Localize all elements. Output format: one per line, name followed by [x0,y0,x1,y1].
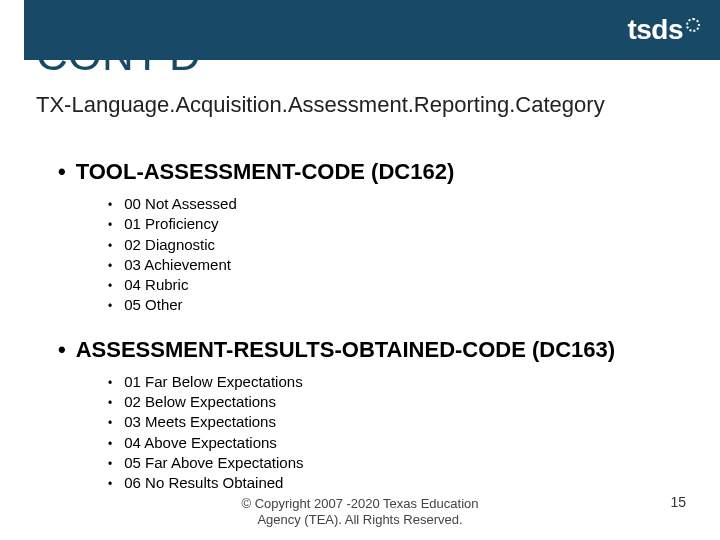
bullet-icon: • [58,338,66,362]
list-item: •02 Below Expectations [108,392,690,412]
bullet-icon: • [108,436,112,452]
list-item: •03 Achievement [108,255,690,275]
content: • TOOL-ASSESSMENT-CODE (DC162) •00 Not A… [58,160,690,515]
list-item: •02 Diagnostic [108,235,690,255]
bullet-icon: • [108,298,112,314]
logo: tsds [627,14,700,46]
bullet-icon: • [108,197,112,213]
section-heading: • TOOL-ASSESSMENT-CODE (DC162) [58,160,690,184]
bullet-icon: • [108,476,112,492]
bullet-icon: • [108,395,112,411]
copyright: © Copyright 2007 -2020 Texas Education A… [0,496,720,529]
list-item-text: 04 Above Expectations [124,433,277,453]
bullet-icon: • [58,160,66,184]
list-item-text: 03 Achievement [124,255,231,275]
section-heading-text: TOOL-ASSESSMENT-CODE (DC162) [76,160,455,184]
section-heading-text: ASSESSMENT-RESULTS-OBTAINED-CODE (DC163) [76,338,615,362]
bullet-icon: • [108,456,112,472]
list-item: •05 Other [108,295,690,315]
section-dc163: • ASSESSMENT-RESULTS-OBTAINED-CODE (DC16… [58,338,690,494]
list-item-text: 05 Far Above Expectations [124,453,303,473]
list-item-text: 01 Proficiency [124,214,218,234]
sub-list: •00 Not Assessed •01 Proficiency •02 Dia… [108,194,690,316]
sub-list: •01 Far Below Expectations •02 Below Exp… [108,372,690,494]
list-item: •06 No Results Obtained [108,473,690,493]
list-item: •03 Meets Expectations [108,412,690,432]
list-item-text: 00 Not Assessed [124,194,237,214]
page-title: NEW CODE TABLES CONT'D [36,0,455,78]
bullet-icon: • [108,258,112,274]
list-item: •04 Above Expectations [108,433,690,453]
list-item: •01 Far Below Expectations [108,372,690,392]
page-number: 15 [670,494,686,510]
section-heading: • ASSESSMENT-RESULTS-OBTAINED-CODE (DC16… [58,338,690,362]
list-item-text: 03 Meets Expectations [124,412,276,432]
list-item: •05 Far Above Expectations [108,453,690,473]
bullet-icon: • [108,375,112,391]
list-item-text: 01 Far Below Expectations [124,372,302,392]
list-item-text: 02 Diagnostic [124,235,215,255]
bullet-icon: • [108,415,112,431]
copyright-line1: © Copyright 2007 -2020 Texas Education [242,496,479,511]
bullet-icon: • [108,278,112,294]
section-dc162: • TOOL-ASSESSMENT-CODE (DC162) •00 Not A… [58,160,690,316]
copyright-line2: Agency (TEA). All Rights Reserved. [257,512,462,527]
list-item-text: 02 Below Expectations [124,392,276,412]
list-item-text: 05 Other [124,295,182,315]
list-item-text: 06 No Results Obtained [124,473,283,493]
bullet-icon: • [108,217,112,233]
slide: tsds NEW CODE TABLES CONT'D TX-Language.… [0,0,720,540]
subtitle: TX-Language.Acquisition.Assessment.Repor… [36,92,605,117]
logo-dot-icon [686,18,700,32]
list-item: •00 Not Assessed [108,194,690,214]
bullet-icon: • [108,238,112,254]
list-item: •04 Rubric [108,275,690,295]
list-item: •01 Proficiency [108,214,690,234]
logo-text: tsds [627,14,683,46]
list-item-text: 04 Rubric [124,275,188,295]
